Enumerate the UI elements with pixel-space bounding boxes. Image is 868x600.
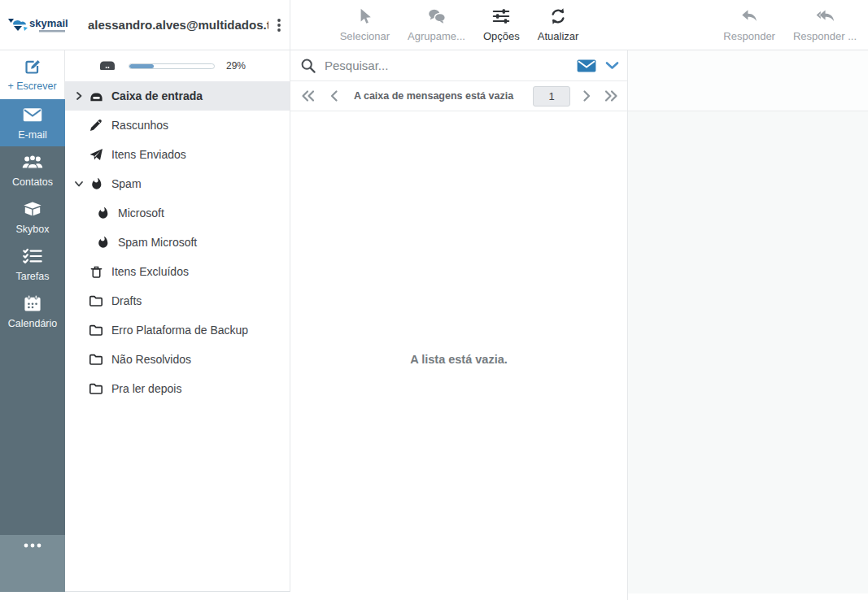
folder-label: Rascunhos [111, 119, 168, 132]
skymail-logo: skymail [7, 13, 88, 37]
folder-drafts[interactable]: Drafts [65, 286, 290, 315]
chevron-right-icon[interactable] [73, 90, 88, 102]
hard-drive-icon [98, 59, 117, 73]
folder-inbox[interactable]: Caixa de entrada [65, 81, 290, 111]
people-icon [21, 153, 44, 173]
select-button[interactable]: Selecionar [338, 7, 391, 42]
compose-label: + Escrever [7, 80, 56, 92]
toolbar-right: Responder Responder ... [628, 0, 868, 50]
kebab-menu-icon[interactable] [268, 17, 290, 33]
rail-item-tasks[interactable]: Tarefas [0, 241, 65, 288]
envelope-icon [22, 106, 43, 126]
rail-item-contacts[interactable]: Contatos [0, 146, 65, 193]
folder-panel: 29% Caixa de entrada Rascunhos [65, 50, 290, 592]
rail-item-skybox[interactable]: Skybox [0, 193, 65, 241]
reply-button[interactable]: Responder [722, 7, 777, 42]
compose-icon [24, 58, 41, 78]
reading-pane [628, 50, 868, 600]
nav-rail: + Escrever E-mail [0, 50, 65, 600]
rail-item-label: E-mail [18, 129, 46, 141]
folder-spam-microsoft[interactable]: Microsoft [65, 198, 290, 228]
storage-percent-label: 29% [226, 60, 246, 72]
reply-all-button-label: Responder ... [793, 30, 857, 42]
box-icon [22, 200, 43, 220]
calendar-icon [23, 294, 42, 315]
folder-label: Microsoft [118, 207, 164, 220]
rail-item-label: Skybox [16, 224, 50, 235]
reply-button-label: Responder [723, 30, 775, 42]
envelope-icon[interactable] [576, 58, 597, 74]
ellipsis-icon [22, 541, 43, 550]
reply-all-button[interactable]: Responder ... [792, 7, 858, 42]
group-button-label: Agrupame... [408, 30, 465, 42]
storage-indicator: 29% [65, 50, 290, 81]
options-button[interactable]: Opções [482, 7, 521, 42]
chat-bubbles-icon [427, 7, 447, 28]
cursor-icon [355, 7, 373, 28]
fire-icon [94, 206, 111, 220]
folder-erro-plataforma[interactable]: Erro Plataforma de Backup [65, 315, 290, 345]
folder-drafts-rascunhos[interactable]: Rascunhos [65, 111, 290, 140]
brand-area: skymail alessandro.alves@multidados.tech [0, 0, 290, 50]
refresh-button[interactable]: Atualizar [536, 7, 581, 42]
folder-icon [88, 382, 104, 395]
message-list-pane: A caixa de mensagens está vazia A lista … [290, 50, 628, 600]
header: skymail alessandro.alves@multidados.tech… [0, 0, 868, 50]
folder-label: Erro Plataforma de Backup [111, 324, 248, 337]
prev-page-icon[interactable] [329, 89, 339, 102]
last-page-icon[interactable] [604, 89, 619, 102]
folder-label: Itens Enviados [111, 148, 186, 161]
storage-progress-bar [129, 63, 215, 69]
folder-label: Caixa de entrada [111, 89, 203, 102]
folder-label: Spam Microsoft [118, 236, 197, 249]
reading-pane-body [628, 111, 868, 593]
fire-icon [88, 176, 104, 191]
pager: A caixa de mensagens está vazia [290, 81, 627, 111]
rail-item-label: Calendário [8, 318, 57, 329]
fire-icon [94, 235, 111, 250]
rail-bottom-strip [0, 592, 65, 600]
folder-nao-resolvidos[interactable]: Não Resolvidos [65, 345, 290, 374]
svg-text:skymail: skymail [29, 17, 68, 29]
empty-list-message: A lista está vazia. [410, 353, 508, 600]
refresh-button-label: Atualizar [538, 30, 579, 42]
select-button-label: Selecionar [340, 30, 390, 42]
folder-icon [88, 353, 104, 366]
folder-spam-spam-microsoft[interactable]: Spam Microsoft [65, 228, 290, 257]
folder-sent[interactable]: Itens Enviados [65, 140, 290, 169]
compose-button[interactable]: + Escrever [0, 50, 65, 99]
rail-more-button[interactable] [0, 535, 65, 592]
skymail-app: skymail alessandro.alves@multidados.tech… [0, 0, 868, 600]
group-button[interactable]: Agrupame... [406, 7, 467, 42]
tasks-icon [22, 247, 43, 267]
next-page-icon[interactable] [582, 89, 592, 102]
send-icon [88, 147, 104, 162]
refresh-icon [549, 7, 567, 28]
account-email: alessandro.alves@multidados.tech [88, 18, 268, 32]
pager-status: A caixa de mensagens está vazia [339, 90, 528, 102]
folder-spam[interactable]: Spam [65, 169, 290, 198]
page-number-input[interactable] [533, 86, 570, 107]
search-input[interactable] [325, 59, 576, 72]
folder-trash[interactable]: Itens Excluídos [65, 257, 290, 286]
magnifier-icon [300, 58, 316, 74]
search-bar [290, 50, 627, 81]
folder-icon [88, 324, 104, 337]
rail-item-label: Tarefas [16, 271, 50, 282]
first-page-icon[interactable] [300, 89, 316, 102]
folder-pra-ler-depois[interactable]: Pra ler depois [65, 374, 290, 403]
rail-item-email[interactable]: E-mail [0, 99, 65, 146]
reply-icon [739, 7, 759, 28]
rail-item-label: Contatos [12, 176, 53, 188]
chevron-down-icon[interactable] [73, 178, 88, 189]
reading-pane-header [628, 50, 868, 111]
folder-label: Drafts [111, 294, 142, 307]
chevron-down-icon[interactable] [605, 61, 619, 71]
folder-label: Itens Excluídos [111, 265, 189, 278]
folder-icon [88, 294, 104, 307]
folder-label: Spam [111, 177, 142, 190]
rail-item-calendar[interactable]: Calendário [0, 288, 65, 335]
rail-spacer [0, 335, 65, 535]
reply-all-icon [814, 7, 835, 28]
inbox-icon [88, 89, 104, 103]
